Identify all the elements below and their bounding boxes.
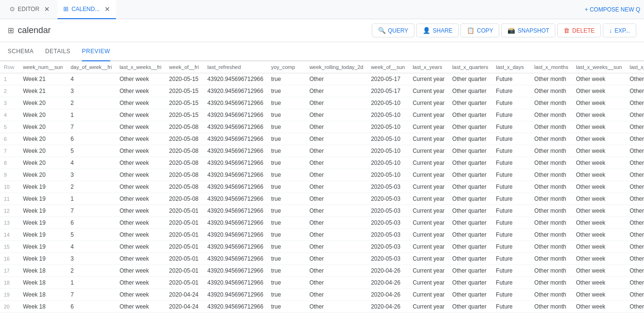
table-row: 3Week 202Other week2020-05-1543920.94569…: [0, 97, 644, 109]
cell-8-5: 43920.945696712966: [204, 169, 267, 181]
cell-4-8: 2020-05-10: [367, 121, 409, 133]
snapshot-button[interactable]: 📸 SNAPSHOT: [501, 23, 555, 37]
tab-calendar-close[interactable]: ✕: [104, 6, 110, 12]
table-row: 4Week 201Other week2020-05-1543920.94569…: [0, 109, 644, 121]
cell-14-12: Other month: [530, 241, 572, 253]
col-last-x-years: last_x_years: [409, 61, 448, 73]
tab-details[interactable]: DETAILS: [45, 42, 70, 61]
cell-11-7: Other: [306, 205, 368, 217]
cell-9-6: true: [267, 181, 306, 193]
export-button[interactable]: ↓ EXP...: [603, 23, 636, 37]
page-title: ⊞ calendar: [8, 25, 51, 35]
table-row: 11Week 191Other week2020-05-0843920.9456…: [0, 193, 644, 205]
share-button[interactable]: 👤 SHARE: [416, 23, 459, 37]
cell-0-12: Other month: [530, 73, 572, 85]
cell-4-0: 5: [0, 121, 19, 133]
cell-11-12: Other month: [530, 205, 572, 217]
tab-editor-close[interactable]: ✕: [44, 6, 50, 12]
cell-19-7: Other: [306, 301, 368, 313]
tab-schema[interactable]: SCHEMA: [8, 42, 34, 61]
cell-3-3: Other week: [115, 109, 165, 121]
col-last-x-weeks-rolling: last_x_weeks_rollin: [626, 61, 644, 73]
col-yoy-comp: yoy_comp: [267, 61, 306, 73]
cell-4-2: 7: [67, 121, 115, 133]
cell-5-11: Future: [492, 133, 530, 145]
tab-calendar[interactable]: ⊞ CALEND... ✕: [58, 0, 116, 19]
cell-2-13: Other week: [572, 97, 626, 109]
cell-5-4: 2020-05-08: [165, 133, 204, 145]
cell-6-11: Future: [492, 145, 530, 157]
cell-12-7: Other: [306, 217, 368, 229]
cell-12-9: Current year: [409, 217, 448, 229]
cell-8-8: 2020-05-10: [367, 169, 409, 181]
delete-button[interactable]: 🗑 DELETE: [557, 23, 601, 37]
cell-15-2: 3: [67, 253, 115, 265]
cell-13-13: Other week: [572, 229, 626, 241]
cell-5-8: 2020-05-10: [367, 133, 409, 145]
cell-17-11: Future: [492, 277, 530, 289]
cell-7-10: Other quarter: [448, 157, 492, 169]
cell-10-13: Other week: [572, 193, 626, 205]
col-row: Row: [0, 61, 19, 73]
cell-15-14: Other: [626, 253, 644, 265]
cell-19-9: Current year: [409, 301, 448, 313]
cell-2-2: 2: [67, 97, 115, 109]
cell-8-6: true: [267, 169, 306, 181]
cell-12-13: Other week: [572, 217, 626, 229]
cell-3-8: 2020-05-10: [367, 109, 409, 121]
cell-4-4: 2020-05-08: [165, 121, 204, 133]
cell-11-10: Other quarter: [448, 205, 492, 217]
cell-0-8: 2020-05-17: [367, 73, 409, 85]
cell-18-13: Other week: [572, 289, 626, 301]
export-icon: ↓: [609, 27, 612, 34]
cell-9-12: Other month: [530, 181, 572, 193]
cell-10-1: Week 19: [19, 193, 67, 205]
cell-16-6: true: [267, 265, 306, 277]
data-table-container[interactable]: Row week_num__sun day_of_week__fri last_…: [0, 61, 644, 321]
query-button[interactable]: 🔍 QUERY: [372, 23, 414, 37]
cell-10-12: Other month: [530, 193, 572, 205]
cell-14-13: Other week: [572, 241, 626, 253]
tab-editor[interactable]: ⊙ EDITOR ✕: [4, 0, 56, 19]
cell-19-12: Other month: [530, 301, 572, 313]
cell-11-2: 7: [67, 205, 115, 217]
cell-19-2: 6: [67, 301, 115, 313]
cell-10-14: Other: [626, 193, 644, 205]
cell-16-3: Other week: [115, 265, 165, 277]
table-row: 2Week 213Other week2020-05-1543920.94569…: [0, 85, 644, 97]
cell-19-8: 2020-04-26: [367, 301, 409, 313]
cell-18-0: 19: [0, 289, 19, 301]
export-label: EXP...: [615, 27, 630, 34]
cell-10-8: 2020-05-03: [367, 193, 409, 205]
cell-16-4: 2020-05-01: [165, 265, 204, 277]
copy-button[interactable]: 📋 COPY: [460, 23, 499, 37]
cell-2-14: Other: [626, 97, 644, 109]
compose-new-button[interactable]: + COMPOSE NEW Q: [585, 6, 640, 13]
cell-4-1: Week 20: [19, 121, 67, 133]
tab-details-label: DETAILS: [45, 48, 70, 55]
cell-1-6: true: [267, 85, 306, 97]
cell-1-8: 2020-05-17: [367, 85, 409, 97]
col-week-of-sun: week_of__sun: [367, 61, 409, 73]
header-actions: 🔍 QUERY 👤 SHARE 📋 COPY 📸 SNAPSHOT 🗑 DELE…: [372, 23, 637, 37]
cell-1-5: 43920.945696712966: [204, 85, 267, 97]
cell-8-4: 2020-05-08: [165, 169, 204, 181]
cell-18-11: Future: [492, 289, 530, 301]
col-last-refreshed: last_refreshed: [204, 61, 267, 73]
tab-preview[interactable]: PREVIEW: [82, 42, 110, 61]
cell-13-14: Other: [626, 229, 644, 241]
cell-3-1: Week 20: [19, 109, 67, 121]
cell-13-1: Week 19: [19, 229, 67, 241]
cell-13-2: 5: [67, 229, 115, 241]
table-row: 14Week 195Other week2020-05-0143920.9456…: [0, 229, 644, 241]
cell-9-8: 2020-05-03: [367, 181, 409, 193]
table-row: 17Week 182Other week2020-05-0143920.9456…: [0, 265, 644, 277]
cell-11-13: Other week: [572, 205, 626, 217]
cell-15-1: Week 19: [19, 253, 67, 265]
cell-15-5: 43920.945696712966: [204, 253, 267, 265]
editor-icon: ⊙: [10, 5, 15, 12]
cell-18-1: Week 18: [19, 289, 67, 301]
cell-17-10: Other quarter: [448, 277, 492, 289]
cell-8-3: Other week: [115, 169, 165, 181]
table-row: 19Week 187Other week2020-04-2443920.9456…: [0, 289, 644, 301]
